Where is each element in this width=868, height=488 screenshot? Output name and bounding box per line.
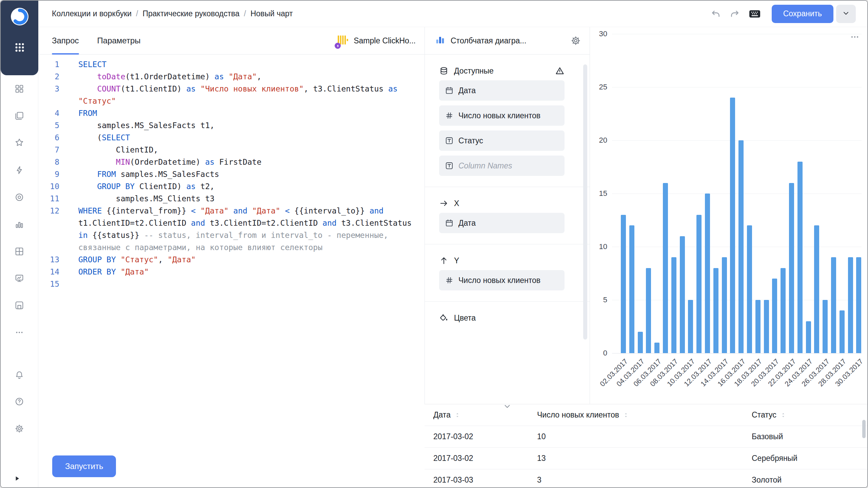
column-header[interactable]: Статус bbox=[752, 410, 867, 420]
line-number: 6 bbox=[38, 131, 59, 144]
breadcrumb-item: Новый чарт bbox=[251, 9, 293, 18]
rail-gear-icon[interactable] bbox=[12, 421, 27, 436]
field-label: Число новых клиентов bbox=[458, 276, 540, 285]
field-chip[interactable]: Число новых клиентов bbox=[439, 105, 565, 126]
line-number: 8 bbox=[38, 156, 59, 168]
rail-monitor-icon[interactable] bbox=[12, 271, 27, 286]
bar bbox=[680, 236, 685, 353]
datalens-logo-icon[interactable] bbox=[10, 7, 29, 26]
tab-params[interactable]: Параметры bbox=[97, 27, 141, 54]
code-line: 6 (SELECT bbox=[38, 131, 422, 144]
bar bbox=[831, 257, 836, 353]
line-number: 9 bbox=[38, 168, 59, 180]
rail-help-icon[interactable] bbox=[12, 394, 27, 409]
line-number: 1 bbox=[38, 58, 59, 70]
config-scrollbar[interactable] bbox=[583, 64, 587, 340]
sort-icon bbox=[780, 412, 787, 419]
bar bbox=[621, 215, 626, 353]
x-axis-icon bbox=[439, 199, 449, 208]
code-text: ORDER BY "Дата" bbox=[78, 266, 421, 278]
undo-icon[interactable] bbox=[710, 8, 722, 20]
bar bbox=[646, 268, 651, 353]
line-number: 7 bbox=[38, 144, 59, 156]
code-line: 4FROM bbox=[38, 107, 422, 119]
bar bbox=[688, 300, 693, 353]
bar bbox=[823, 300, 828, 353]
y-axis-tick-label: 0 bbox=[603, 349, 607, 358]
scroll-down-chevron-icon[interactable] bbox=[502, 402, 512, 412]
save-button[interactable]: Сохранить bbox=[772, 5, 833, 23]
clickhouse-logo-icon bbox=[337, 34, 349, 47]
redo-icon[interactable] bbox=[729, 8, 741, 20]
connection-selector[interactable]: Sample ClickHo... bbox=[337, 34, 416, 47]
rail-grid-table-icon[interactable] bbox=[12, 244, 27, 259]
bar bbox=[764, 300, 769, 353]
line-number: 13 bbox=[38, 253, 59, 266]
datalens-chart-editor: Коллекции и воркбуки/Практические руково… bbox=[0, 0, 868, 488]
calendar-field-icon bbox=[445, 219, 454, 227]
code-line: 14ORDER BY "Дата" bbox=[38, 266, 422, 278]
code-text: FROM samples.MS_SalesFacts bbox=[78, 168, 421, 180]
breadcrumb-item[interactable]: Коллекции и воркбуки bbox=[52, 9, 132, 18]
line-number: 5 bbox=[38, 119, 59, 131]
y-axis-tick-label: 10 bbox=[599, 242, 607, 251]
warning-triangle-icon[interactable] bbox=[555, 66, 565, 76]
bar bbox=[840, 310, 845, 353]
hash-field-icon bbox=[445, 276, 454, 285]
table-cell: 10 bbox=[537, 432, 752, 441]
field-chip[interactable]: Column Names bbox=[439, 156, 565, 176]
code-text: GROUP BY "Статус", "Дата" bbox=[78, 253, 421, 266]
hash-field-icon bbox=[445, 111, 454, 120]
bar bbox=[848, 257, 853, 353]
apps-grid-icon[interactable] bbox=[13, 41, 26, 54]
expand-rail-icon[interactable] bbox=[13, 474, 21, 484]
sql-editor[interactable]: 1SELECT2 toDate(t1.OrderDatetime) as "Да… bbox=[38, 58, 422, 290]
field-chip[interactable]: Дата bbox=[439, 213, 565, 233]
table-cell: 2017-03-02 bbox=[433, 454, 537, 463]
table-row: 2017-03-033Золотой bbox=[425, 469, 867, 487]
colors-section: Цвета bbox=[439, 313, 565, 323]
line-number: 12 bbox=[38, 205, 59, 253]
available-fields-section: Доступные bbox=[439, 66, 565, 76]
rail-disc-icon[interactable] bbox=[12, 190, 27, 205]
table-cell: Золотой bbox=[752, 475, 867, 485]
chevron-down-icon bbox=[842, 9, 850, 19]
bar-chart-type-icon[interactable] bbox=[435, 35, 445, 46]
code-line: 5 samples.MS_SalesFacts t1, bbox=[38, 119, 422, 131]
field-chip[interactable]: Число новых клиентов bbox=[439, 270, 565, 290]
chart-settings-gear-icon[interactable] bbox=[571, 36, 581, 46]
rail-bolt-icon[interactable] bbox=[12, 163, 27, 178]
table-scrollbar[interactable] bbox=[862, 420, 866, 438]
paint-bucket-icon bbox=[439, 313, 449, 323]
rail-more-icon[interactable] bbox=[12, 325, 27, 340]
code-line: 1SELECT bbox=[38, 58, 422, 70]
field-chip[interactable]: Статус bbox=[439, 130, 565, 151]
bar bbox=[755, 300, 761, 353]
table-cell: Серебряный bbox=[752, 454, 867, 463]
tab-query[interactable]: Запрос bbox=[52, 27, 79, 54]
keyboard-shortcuts-icon[interactable] bbox=[748, 7, 762, 21]
rail-star-icon[interactable] bbox=[12, 135, 27, 150]
x-axis-section: X bbox=[439, 199, 565, 208]
code-text bbox=[78, 278, 421, 290]
gridline bbox=[612, 353, 862, 353]
bar bbox=[705, 194, 710, 353]
breadcrumb: Коллекции и воркбуки/Практические руково… bbox=[52, 9, 293, 18]
config-body: Доступные ДатаЧисло новых клиентовСтатус… bbox=[425, 66, 590, 415]
brand-block bbox=[1, 1, 38, 75]
y-axis-label: Y bbox=[454, 256, 459, 265]
rail-bell-icon[interactable] bbox=[12, 367, 27, 382]
field-chip[interactable]: Дата bbox=[439, 80, 565, 101]
save-dropdown-button[interactable] bbox=[836, 5, 856, 23]
breadcrumb-item[interactable]: Практические руководства bbox=[142, 9, 239, 18]
chart-type-label[interactable]: Столбчатая диагра... bbox=[451, 36, 565, 45]
rail-workbooks-icon[interactable] bbox=[12, 108, 27, 123]
rail-collections-icon[interactable] bbox=[12, 81, 27, 96]
bar bbox=[789, 183, 794, 353]
run-button[interactable]: Запустить bbox=[52, 455, 116, 477]
type-field-icon bbox=[445, 161, 454, 170]
rail-chart-columns-icon[interactable] bbox=[12, 217, 27, 232]
left-rail bbox=[1, 1, 38, 487]
rail-storage-icon[interactable] bbox=[12, 298, 27, 313]
sort-icon bbox=[623, 412, 629, 419]
